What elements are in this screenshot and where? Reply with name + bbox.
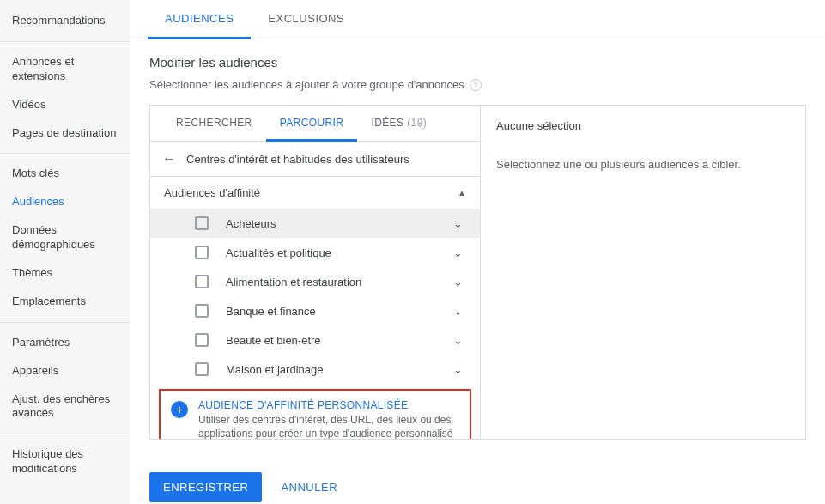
chevron-down-icon: ⌄	[453, 305, 463, 318]
cancel-button[interactable]: ANNULER	[274, 472, 344, 502]
tab-audiences[interactable]: AUDIENCES	[148, 0, 251, 39]
checkbox[interactable]	[195, 275, 209, 288]
list-item-label: Maison et jardinage	[226, 363, 323, 376]
list-item-acheteurs[interactable]: Acheteurs ⌄	[150, 209, 480, 238]
list-container: Audiences d'affinité ▲ Acheteurs ⌄ Actua…	[150, 177, 480, 439]
back-arrow-icon[interactable]: ←	[162, 152, 176, 166]
custom-affinity-text: AUDIENCE D'AFFINITÉ PERSONNALISÉE Utilis…	[198, 399, 459, 439]
content: Modifier les audiences Sélectionner les …	[130, 39, 825, 465]
main: AUDIENCES EXCLUSIONS Modifier les audien…	[130, 0, 825, 504]
sidebar-item-demographics[interactable]: Données démographiques	[0, 216, 130, 259]
inner-tabs: RECHERCHER PARCOURIR IDÉES (19)	[150, 106, 480, 142]
selection-title: Aucune sélection	[496, 119, 790, 132]
sidebar-item-recommendations[interactable]: Recommandations	[0, 7, 130, 35]
list-item-label: Acheteurs	[226, 217, 276, 230]
breadcrumb: ← Centres d'intérêt et habitudes des uti…	[150, 142, 480, 177]
sidebar-item-change-history[interactable]: Historique des modifications	[0, 440, 130, 483]
tab-search[interactable]: RECHERCHER	[162, 106, 266, 141]
help-icon[interactable]: ?	[470, 79, 482, 91]
list-item-label: Actualités et politique	[226, 246, 331, 259]
group-header-affinity[interactable]: Audiences d'affinité ▲	[150, 177, 480, 209]
sidebar-item-landing-pages[interactable]: Pages de destination	[0, 119, 130, 148]
save-button[interactable]: ENREGISTRER	[149, 472, 262, 502]
tab-ideas-label: IDÉES	[371, 117, 403, 129]
checkbox[interactable]	[195, 246, 209, 259]
custom-affinity-title: AUDIENCE D'AFFINITÉ PERSONNALISÉE	[198, 399, 459, 411]
checkbox[interactable]	[195, 216, 209, 230]
page-title: Modifier les audiences	[149, 55, 806, 70]
action-bar: ENREGISTRER ANNULER	[130, 465, 825, 504]
sidebar-item-placements[interactable]: Emplacements	[0, 288, 130, 316]
sidebar-item-audiences[interactable]: Audiences	[0, 188, 130, 216]
sidebar-item-devices[interactable]: Appareils	[0, 357, 130, 386]
list-item-beaute[interactable]: Beauté et bien-être ⌄	[150, 325, 480, 355]
divider	[0, 41, 130, 42]
sidebar-item-videos[interactable]: Vidéos	[0, 91, 130, 119]
chevron-down-icon: ⌄	[453, 217, 463, 230]
list-item-banque[interactable]: Banque et finance ⌄	[150, 296, 480, 325]
selection-panel: Aucune sélection Sélectionnez une ou plu…	[481, 106, 805, 439]
sidebar: Recommandations Annonces et extensions V…	[0, 0, 130, 504]
divider	[0, 434, 130, 434]
sidebar-item-bid-adjustments[interactable]: Ajust. des enchères avancés	[0, 386, 130, 428]
group-header-label: Audiences d'affinité	[164, 186, 260, 199]
sidebar-item-keywords[interactable]: Mots clés	[0, 160, 130, 188]
checkbox[interactable]	[195, 362, 209, 376]
card-left: RECHERCHER PARCOURIR IDÉES (19) ← Centre…	[150, 106, 481, 439]
list-item-actualites[interactable]: Actualités et politique ⌄	[150, 238, 480, 267]
chevron-down-icon: ⌄	[453, 363, 463, 376]
divider	[0, 153, 130, 154]
list-item-alimentation[interactable]: Alimentation et restauration ⌄	[150, 267, 480, 296]
list-item-label: Alimentation et restauration	[226, 276, 361, 288]
list-item-label: Banque et finance	[226, 305, 316, 318]
audience-card: RECHERCHER PARCOURIR IDÉES (19) ← Centre…	[149, 105, 806, 440]
divider	[0, 322, 130, 323]
top-tabs: AUDIENCES EXCLUSIONS	[130, 0, 825, 39]
list-item-label: Beauté et bien-être	[226, 334, 321, 347]
breadcrumb-text: Centres d'intérêt et habitudes des utili…	[186, 153, 409, 166]
plus-icon: +	[171, 401, 188, 418]
selection-desc: Sélectionnez une ou plusieurs audiences …	[496, 158, 790, 171]
custom-affinity-button[interactable]: + AUDIENCE D'AFFINITÉ PERSONNALISÉE Util…	[159, 389, 471, 439]
chevron-down-icon: ⌄	[453, 334, 463, 347]
chevron-down-icon: ⌄	[453, 276, 463, 288]
tab-ideas[interactable]: IDÉES (19)	[357, 106, 440, 141]
custom-affinity-desc: Utiliser des centres d'intérêt, des URL,…	[198, 413, 459, 439]
sidebar-item-themes[interactable]: Thèmes	[0, 259, 130, 288]
sidebar-item-settings[interactable]: Paramètres	[0, 329, 130, 357]
list-scroll[interactable]: Audiences d'affinité ▲ Acheteurs ⌄ Actua…	[150, 177, 480, 439]
list-item-maison[interactable]: Maison et jardinage ⌄	[150, 355, 480, 384]
chevron-down-icon: ⌄	[453, 246, 463, 259]
subtitle-row: Sélectionner les audiences à ajouter à v…	[149, 78, 806, 91]
chevron-up-icon: ▲	[458, 188, 466, 197]
tab-exclusions[interactable]: EXCLUSIONS	[251, 0, 361, 39]
checkbox[interactable]	[195, 304, 209, 318]
checkbox[interactable]	[195, 333, 209, 347]
subtitle-text: Sélectionner les audiences à ajouter à v…	[149, 78, 464, 91]
tab-ideas-count: (19)	[407, 117, 427, 129]
sidebar-item-ads-extensions[interactable]: Annonces et extensions	[0, 48, 130, 91]
tab-browse[interactable]: PARCOURIR	[266, 106, 358, 142]
